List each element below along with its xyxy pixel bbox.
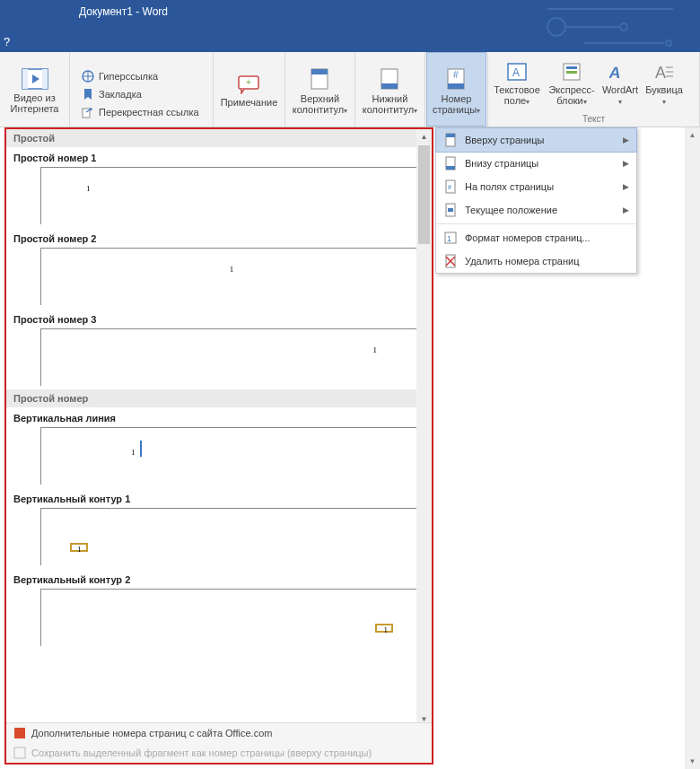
scrollbar-thumb[interactable] [418, 145, 430, 244]
ribbon: Видео изИнтернета Гиперссылка Закладка П… [0, 52, 700, 127]
svg-rect-17 [448, 83, 464, 89]
svg-text:A: A [655, 64, 666, 82]
office-icon [13, 727, 26, 739]
comment-button[interactable]: + Примечание [215, 52, 284, 127]
page-bottom-icon [443, 156, 458, 170]
menu-top-label: Вверху страницы [465, 135, 544, 145]
svg-rect-29 [14, 747, 25, 758]
submenu-arrow-icon: ▶ [623, 205, 629, 214]
menu-top-of-page[interactable]: Вверху страницы ▶ [435, 127, 637, 153]
page-number-button[interactable]: # Номерстраницы▾ [426, 52, 486, 127]
online-video-button[interactable]: Видео изИнтернета [5, 52, 65, 127]
text-box-button[interactable]: A Текстовоеполе▾ [488, 52, 546, 112]
page-margin-icon: # [443, 179, 458, 194]
page-number-gallery: Простой Простой номер 1 1 Простой номер … [4, 127, 433, 765]
gallery-item-5-preview[interactable]: 1 [40, 508, 423, 565]
quick-parts-button[interactable]: Экспресс-блоки▾ [546, 52, 598, 112]
remove-icon [443, 254, 458, 268]
svg-rect-12 [311, 69, 328, 74]
bookmark-icon [81, 87, 95, 101]
dropcap-label: Буквица [645, 84, 683, 95]
svg-text:+: + [246, 77, 251, 87]
quick-label-1: Экспресс- [548, 84, 594, 95]
save-selection-button: Сохранить выделенный фрагмент как номер … [6, 743, 432, 763]
crossref-icon [81, 105, 95, 119]
svg-rect-28 [14, 728, 25, 738]
gallery-item-6-label: Вертикальный контур 2 [6, 569, 432, 589]
hyperlink-button[interactable]: Гиперссылка [77, 67, 206, 85]
doc-vertical-scrollbar[interactable]: ▲ ▼ [685, 127, 700, 769]
more-from-office-button[interactable]: Дополнительные номера страниц с сайта Of… [6, 723, 432, 743]
video-icon [22, 68, 48, 90]
footer-button[interactable]: Нижнийколонтитул▾ [357, 52, 424, 127]
menu-bottom-label: Внизу страницы [465, 158, 538, 169]
more-label: Дополнительные номера страниц с сайта Of… [31, 728, 272, 738]
gallery-item-4-label: Вертикальная линия [6, 407, 432, 427]
submenu-arrow-icon: ▶ [623, 182, 629, 191]
menu-remove-page-numbers[interactable]: Удалить номера страниц [436, 249, 636, 273]
group-label-text: Текст [582, 112, 605, 127]
scroll-up-icon[interactable]: ▲ [685, 127, 700, 143]
scroll-up-icon[interactable]: ▲ [416, 129, 432, 144]
footer-label-1: Нижний [372, 93, 408, 104]
cross-reference-button[interactable]: Перекрестная ссылка [77, 103, 206, 121]
svg-rect-22 [566, 71, 577, 74]
gallery-scrollbar[interactable]: ▲ ▼ [416, 129, 432, 727]
svg-text:A: A [609, 64, 623, 82]
hyperlink-icon [81, 69, 95, 83]
svg-rect-31 [446, 134, 455, 137]
bookmark-button[interactable]: Закладка [77, 85, 206, 103]
menu-bottom-of-page[interactable]: Внизу страницы ▶ [436, 152, 636, 175]
svg-point-0 [547, 18, 565, 36]
gallery-item-3-label: Простой номер 3 [6, 309, 432, 328]
gallery-item-6-preview[interactable]: 1 [40, 589, 423, 646]
header-button[interactable]: Верхнийколонтитул▾ [287, 52, 354, 127]
submenu-arrow-icon: ▶ [623, 135, 629, 144]
page-top-icon [443, 133, 458, 147]
footer-label-2: колонтитул [363, 104, 415, 115]
header-label-2: колонтитул [293, 104, 345, 115]
preview-number: 1 [384, 625, 389, 634]
svg-text:#: # [453, 70, 459, 80]
preview-number: 1 [230, 265, 234, 274]
menu-format-page-numbers[interactable]: 1 Формат номеров страниц... [436, 226, 636, 249]
svg-text:1: 1 [447, 234, 451, 243]
help-indicator[interactable]: ? [4, 35, 10, 48]
wordart-icon: A [609, 62, 631, 82]
title-bar: Документ1 - Word ? [0, 0, 700, 52]
save-icon [13, 747, 26, 759]
svg-point-2 [666, 40, 671, 46]
text-box-icon: A [506, 62, 528, 82]
preview-number: 1 [373, 345, 378, 354]
svg-rect-4 [22, 69, 28, 89]
gallery-item-1-label: Простой номер 1 [6, 147, 432, 167]
document-title: Документ1 - Word [79, 5, 168, 18]
gallery-item-3-preview[interactable]: 1 [40, 328, 423, 386]
drop-cap-button[interactable]: A Буквица▾ [643, 52, 686, 112]
wordart-button[interactable]: A WordArt▾ [598, 52, 643, 112]
menu-format-label: Формат номеров страниц... [465, 232, 591, 243]
preview-bar [140, 441, 142, 457]
gallery-item-4-preview[interactable]: 1 [40, 427, 423, 485]
menu-remove-label: Удалить номера страниц [465, 256, 580, 267]
preview-number: 1 [131, 448, 136, 457]
crossref-label: Перекрестная ссылка [99, 107, 199, 118]
svg-rect-5 [42, 69, 48, 89]
menu-current-position[interactable]: Текущее положение ▶ [436, 198, 636, 222]
scroll-down-icon[interactable]: ▼ [685, 754, 700, 769]
gallery-item-2-preview[interactable]: 1 [40, 248, 423, 305]
menu-current-label: Текущее положение [465, 205, 557, 215]
submenu-arrow-icon: ▶ [623, 159, 629, 168]
video-label-1: Видео из [13, 92, 55, 103]
drop-cap-icon: A [653, 62, 675, 82]
bookmark-label: Закладка [99, 89, 142, 100]
wordart-label: WordArt [602, 84, 638, 95]
textbox-label-1: Текстовое [494, 84, 540, 95]
gallery-item-2-label: Простой номер 2 [6, 228, 432, 248]
gallery-footer: Дополнительные номера страниц с сайта Of… [6, 722, 432, 763]
hyperlink-label: Гиперссылка [99, 71, 158, 82]
gallery-item-1-preview[interactable]: 1 [40, 167, 423, 224]
footer-icon [379, 67, 400, 91]
menu-page-margins[interactable]: # На полях страницы ▶ [436, 175, 636, 198]
svg-rect-21 [566, 66, 577, 69]
